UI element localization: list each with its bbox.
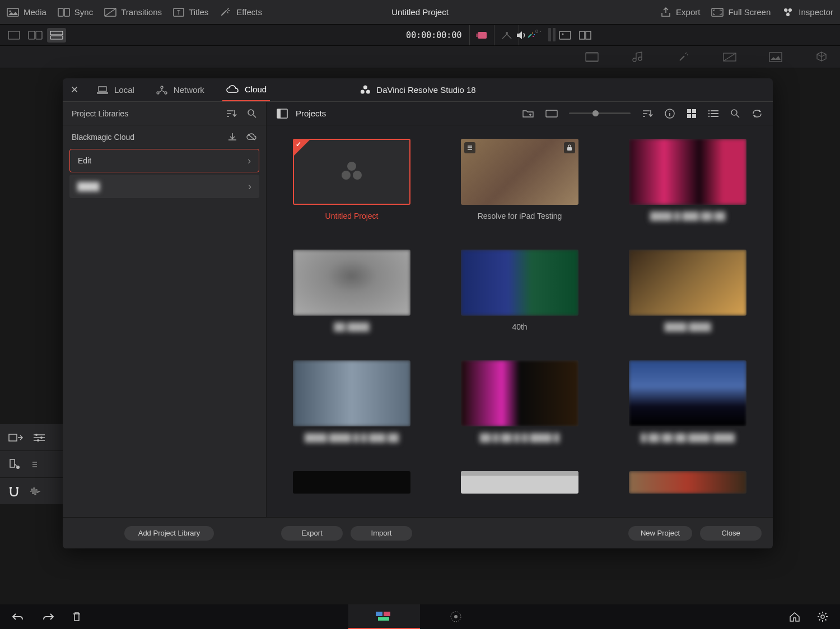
cat-transition-icon[interactable]	[722, 51, 737, 63]
project-card[interactable]: ██ █ ██ █ █ ████ █	[451, 360, 588, 452]
library-item-2[interactable]: ████ ›	[69, 175, 259, 198]
split-icon[interactable]	[579, 31, 591, 40]
trim-tool-icon[interactable]	[8, 458, 22, 471]
project-card[interactable]: ████ █ ███ ██ ██	[619, 139, 756, 231]
project-thumbnail[interactable]	[461, 250, 578, 316]
gear-icon[interactable]	[816, 611, 829, 623]
new-project-button[interactable]: New Project	[628, 526, 692, 541]
cut-page-button[interactable]	[348, 604, 420, 629]
library-item-edit[interactable]: Edit ›	[69, 149, 259, 172]
refresh-icon[interactable]	[752, 109, 763, 119]
list-view-icon[interactable]	[708, 109, 719, 118]
project-thumbnail-folder[interactable]	[461, 471, 578, 494]
project-thumbnail[interactable]	[293, 139, 410, 205]
svg-point-56	[708, 115, 710, 116]
thumbnail-size-slider[interactable]	[569, 112, 631, 114]
viewer-right-icons	[559, 31, 591, 40]
options-icon[interactable]	[31, 461, 43, 468]
project-thumbnail[interactable]	[293, 471, 410, 494]
tab-network[interactable]: Network	[152, 78, 208, 101]
project-card[interactable]: ████ ████	[619, 250, 756, 341]
magnet-icon[interactable]	[8, 486, 20, 497]
close-button[interactable]: Close	[700, 526, 762, 541]
cat-image-icon[interactable]	[768, 51, 783, 63]
info-icon[interactable]	[664, 108, 675, 119]
panel-toggle-icon[interactable]	[277, 109, 288, 119]
project-card[interactable]: Untitled Project	[283, 139, 420, 231]
project-thumbnail[interactable]	[629, 360, 746, 426]
view-mode-1[interactable]	[4, 28, 24, 43]
project-card[interactable]: ██ ████	[283, 250, 420, 341]
picture-icon[interactable]	[559, 31, 571, 40]
redo-icon[interactable]	[41, 612, 55, 622]
edit-page-button[interactable]	[420, 604, 492, 629]
insert-tool-icon[interactable]	[8, 432, 24, 443]
svg-rect-11	[8, 31, 20, 39]
effects-icon	[220, 7, 232, 17]
project-card[interactable]	[451, 471, 588, 504]
record-icon[interactable]	[469, 25, 494, 45]
new-folder-icon[interactable]	[522, 109, 534, 118]
export-project-button[interactable]: Export	[281, 526, 343, 541]
project-thumbnail[interactable]	[461, 360, 578, 426]
undo-icon[interactable]	[11, 612, 25, 622]
project-card[interactable]: Resolve for iPad Testing	[451, 139, 588, 231]
sync-button[interactable]: Sync	[58, 7, 93, 17]
modal-app-title: DaVinci Resolve Studio 18	[360, 85, 475, 96]
project-thumbnail[interactable]	[461, 139, 578, 205]
sort-icon-2[interactable]	[642, 109, 653, 118]
svg-rect-50	[687, 109, 691, 113]
trash-icon[interactable]	[72, 611, 82, 622]
export-button[interactable]: Export	[660, 7, 700, 17]
tab-cloud[interactable]: Cloud	[222, 78, 270, 101]
project-card[interactable]: 40th	[451, 250, 588, 341]
media-button[interactable]: Media	[7, 7, 46, 17]
svg-rect-22	[559, 31, 571, 39]
search-icon-2[interactable]	[730, 109, 740, 119]
import-project-button[interactable]: Import	[351, 526, 412, 541]
cat-3d-icon[interactable]	[814, 51, 829, 63]
sliders-icon[interactable]	[32, 433, 46, 443]
add-library-button[interactable]: Add Project Library	[124, 526, 214, 541]
view-mode-3[interactable]	[47, 28, 66, 43]
svg-rect-64	[378, 617, 389, 621]
project-card[interactable]	[619, 471, 756, 504]
svg-rect-27	[586, 53, 598, 54]
waveform-icon[interactable]	[29, 487, 41, 496]
project-thumbnail[interactable]	[629, 250, 746, 316]
cloud-disconnect-icon[interactable]	[246, 132, 257, 142]
project-thumbnail[interactable]	[293, 360, 410, 426]
project-thumbnail[interactable]	[629, 139, 746, 205]
home-icon[interactable]	[788, 611, 801, 623]
svg-rect-17	[476, 34, 478, 37]
project-card[interactable]	[283, 471, 420, 504]
cat-effects-icon[interactable]	[676, 51, 691, 63]
sort-icon[interactable]	[226, 109, 237, 119]
effects-button[interactable]: Effects	[220, 7, 262, 17]
titles-button[interactable]: T Titles	[173, 7, 208, 17]
view-mode-2[interactable]	[26, 28, 45, 43]
inspector-button[interactable]: Inspector	[782, 7, 833, 18]
svg-point-55	[708, 112, 710, 114]
timecode-display[interactable]: 00:00:00:00	[398, 30, 469, 40]
close-icon[interactable]: ✕	[71, 84, 78, 96]
project-name: ████ ████	[664, 322, 711, 331]
svg-rect-30	[769, 53, 782, 62]
download-icon[interactable]	[227, 132, 238, 142]
project-thumbnail[interactable]	[629, 471, 746, 494]
project-thumbnail[interactable]	[293, 250, 410, 316]
search-icon[interactable]	[247, 109, 257, 119]
svg-rect-38	[16, 487, 18, 489]
tab-local[interactable]: Local	[93, 78, 138, 101]
fullscreen-button[interactable]: Full Screen	[711, 7, 771, 17]
cat-audio-icon[interactable]	[631, 51, 645, 63]
speaker-icon[interactable]	[515, 30, 529, 41]
transitions-button[interactable]: Transitions	[104, 7, 162, 17]
cat-video-icon[interactable]	[585, 51, 599, 63]
project-card[interactable]: ████ ████ █ █ ███ ██	[283, 360, 420, 452]
aspect-icon[interactable]	[545, 110, 558, 118]
project-card[interactable]: █ ██ ██ ██ ████ ████	[619, 360, 756, 452]
svg-point-54	[708, 110, 710, 111]
grid-view-icon[interactable]	[687, 109, 697, 119]
media-label: Media	[24, 7, 46, 17]
